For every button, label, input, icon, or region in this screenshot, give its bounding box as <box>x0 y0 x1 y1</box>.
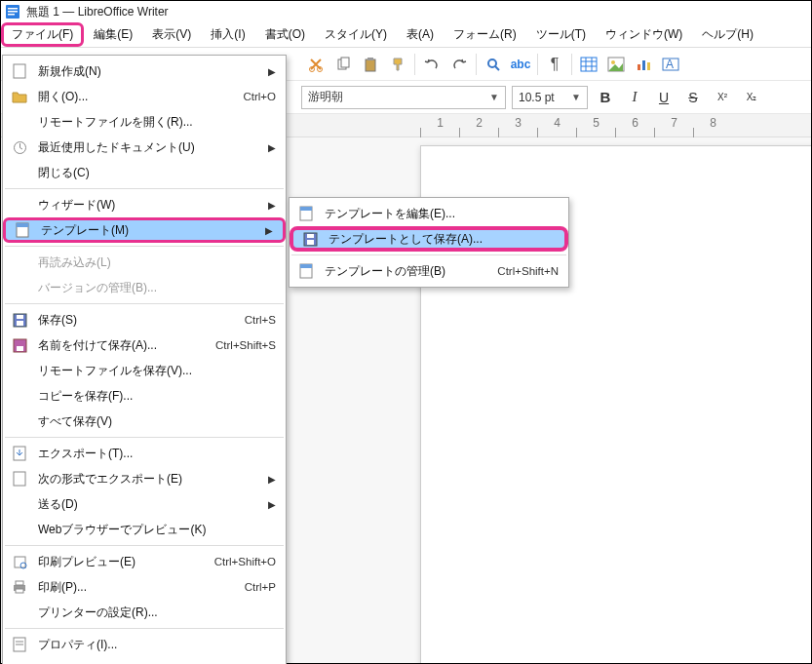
window-title: 無題 1 — LibreOffice Writer <box>26 4 169 20</box>
svg-rect-7 <box>341 58 349 67</box>
svg-rect-3 <box>8 14 15 16</box>
menu-item-digital-signature[interactable]: デジタル署名(Q) ▶ <box>3 657 286 664</box>
svg-rect-9 <box>367 58 373 60</box>
table-insert-icon[interactable] <box>578 54 599 75</box>
menu-item-export-as[interactable]: 次の形式でエクスポート(E) ▶ <box>3 466 286 491</box>
new-doc-icon <box>11 62 28 80</box>
svg-rect-27 <box>17 223 28 227</box>
menu-item-wizard[interactable]: ウィザード(W) ▶ <box>3 192 286 217</box>
menu-form[interactable]: フォーム(R) <box>444 23 526 46</box>
submenu-item-edit-template[interactable]: テンプレートを編集(E)... <box>290 201 568 226</box>
underline-button[interactable]: U <box>652 86 676 109</box>
save-template-icon <box>301 230 319 248</box>
svg-rect-19 <box>638 64 640 70</box>
manage-template-icon <box>297 262 315 280</box>
menu-item-print-preview[interactable]: 印刷プレビュー(E) Ctrl+Shift+O <box>3 549 286 574</box>
find-icon[interactable] <box>483 54 504 75</box>
chevron-right-icon: ▶ <box>268 142 276 153</box>
menu-edit[interactable]: 編集(E) <box>84 23 142 46</box>
menu-help[interactable]: ヘルプ(H) <box>692 23 763 46</box>
undo-icon[interactable] <box>421 54 443 75</box>
image-insert-icon[interactable] <box>605 54 627 75</box>
menu-item-save[interactable]: 保存(S) Ctrl+S <box>3 307 286 332</box>
save-icon <box>11 311 28 329</box>
menu-item-save-all[interactable]: すべて保存(V) <box>3 409 286 434</box>
svg-rect-1 <box>8 8 18 10</box>
clone-format-icon[interactable] <box>387 54 408 75</box>
redo-icon[interactable] <box>448 54 470 75</box>
chevron-down-icon: ▼ <box>571 92 581 102</box>
menu-view[interactable]: 表示(V) <box>142 23 201 46</box>
menu-item-open[interactable]: 開く(O)... Ctrl+O <box>3 84 286 109</box>
menu-table[interactable]: 表(A) <box>397 23 444 46</box>
menu-item-remote-save[interactable]: リモートファイルを保存(V)... <box>3 358 286 383</box>
superscript-button[interactable]: X² <box>711 86 734 109</box>
save-as-icon <box>11 336 28 354</box>
menu-item-print[interactable]: 印刷(P)... Ctrl+P <box>3 574 286 600</box>
menu-format[interactable]: 書式(O) <box>255 23 315 46</box>
submenu-item-save-as-template[interactable]: テンプレートとして保存(A)... <box>290 226 568 252</box>
menu-item-save-copy[interactable]: コピーを保存(F)... <box>3 383 286 409</box>
menu-item-properties[interactable]: プロパティ(I)... <box>3 632 286 657</box>
menu-item-save-as[interactable]: 名前を付けて保存(A)... Ctrl+Shift+S <box>3 332 286 358</box>
menu-item-remote-open[interactable]: リモートファイルを開く(R)... <box>3 109 286 135</box>
menu-item-printer-settings[interactable]: プリンターの設定(R)... <box>3 600 286 625</box>
svg-rect-21 <box>647 62 650 70</box>
svg-rect-32 <box>17 346 23 351</box>
chevron-right-icon: ▶ <box>265 225 273 236</box>
nonprinting-icon[interactable]: ¶ <box>544 54 565 75</box>
chevron-right-icon: ▶ <box>268 474 276 485</box>
menu-item-recent[interactable]: 最近使用したドキュメント(U) ▶ <box>3 135 286 160</box>
menu-item-web-preview[interactable]: Webブラウザーでプレビュー(K) <box>3 517 286 542</box>
svg-rect-38 <box>16 581 23 585</box>
bold-button[interactable]: B <box>594 86 617 109</box>
menu-tools[interactable]: ツール(T) <box>526 23 596 46</box>
svg-rect-34 <box>14 472 25 486</box>
strikethrough-button[interactable]: S <box>681 86 705 109</box>
paste-icon[interactable] <box>360 54 381 75</box>
font-name-value: 游明朝 <box>308 89 343 105</box>
menu-window[interactable]: ウィンドウ(W) <box>596 23 692 46</box>
subscript-button[interactable]: X₂ <box>740 86 763 109</box>
menu-item-reload: 再読み込み(L) <box>3 250 286 275</box>
font-name-combo[interactable]: 游明朝 ▼ <box>301 86 506 109</box>
menu-item-templates[interactable]: テンプレート(M) ▶ <box>3 217 286 243</box>
submenu-item-manage-templates[interactable]: テンプレートの管理(B) Ctrl+Shift+N <box>290 258 568 284</box>
edit-template-icon <box>297 205 315 222</box>
svg-rect-12 <box>581 58 597 71</box>
horizontal-ruler[interactable]: 1 2 3 4 5 6 7 8 <box>420 114 811 137</box>
svg-text:A: A <box>666 58 674 71</box>
svg-rect-49 <box>307 234 314 238</box>
font-size-combo[interactable]: 10.5 pt ▼ <box>512 86 588 109</box>
copy-icon[interactable] <box>332 54 354 75</box>
menu-item-close[interactable]: 閉じる(C) <box>3 160 286 185</box>
menu-insert[interactable]: 挿入(I) <box>201 23 254 46</box>
svg-rect-30 <box>17 315 23 319</box>
cut-icon[interactable] <box>305 54 327 75</box>
svg-rect-35 <box>15 557 25 567</box>
template-icon <box>14 221 31 239</box>
svg-rect-39 <box>16 589 23 593</box>
svg-point-10 <box>488 59 496 67</box>
chart-insert-icon[interactable] <box>633 54 654 75</box>
svg-rect-46 <box>300 207 312 211</box>
menu-style[interactable]: スタイル(Y) <box>315 23 397 46</box>
clock-icon <box>11 138 28 156</box>
textbox-icon[interactable]: A <box>660 54 681 75</box>
menu-item-new[interactable]: 新規作成(N) ▶ <box>3 59 286 84</box>
menu-file[interactable]: ファイル(F) <box>1 22 84 47</box>
print-preview-icon <box>11 553 28 570</box>
templates-submenu: テンプレートを編集(E)... テンプレートとして保存(A)... テンプレート… <box>289 197 569 288</box>
menu-item-export[interactable]: エクスポート(T)... <box>3 441 286 466</box>
spellcheck-icon[interactable]: abc <box>510 54 531 75</box>
svg-line-11 <box>495 66 499 70</box>
svg-rect-2 <box>8 11 18 13</box>
folder-open-icon <box>11 88 28 105</box>
svg-rect-20 <box>642 60 645 70</box>
menu-item-send[interactable]: 送る(D) ▶ <box>3 491 286 517</box>
italic-button[interactable]: I <box>623 86 646 109</box>
document-icon <box>5 4 20 20</box>
export-as-icon <box>11 470 28 488</box>
chevron-right-icon: ▶ <box>268 200 276 211</box>
printer-icon <box>11 578 28 596</box>
